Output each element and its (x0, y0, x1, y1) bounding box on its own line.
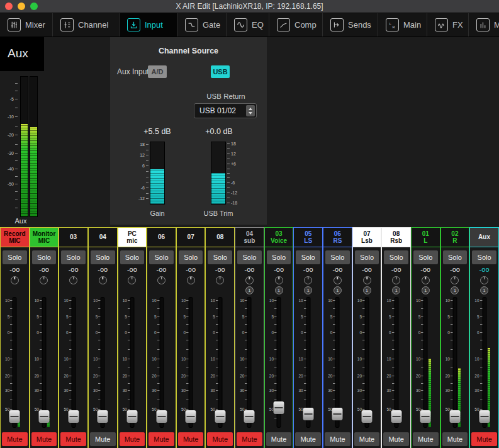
ad-source-button[interactable]: A/D (148, 65, 167, 78)
fader-handle[interactable] (98, 410, 108, 423)
mute-button[interactable]: Mute (120, 432, 145, 446)
channel-label[interactable]: RecordMIC (1, 228, 29, 247)
fader-handle[interactable] (68, 410, 79, 423)
fader-handle[interactable] (479, 410, 490, 423)
channel-label[interactable]: 01L (412, 228, 440, 247)
fader-handle[interactable] (391, 410, 401, 423)
solo-button[interactable]: Solo (32, 250, 57, 264)
channel-label[interactable]: MonitorMIC (30, 228, 59, 247)
pan-knob[interactable] (363, 276, 371, 284)
channel-label[interactable]: 07 (177, 228, 205, 247)
mute-button[interactable]: Mute (325, 432, 350, 446)
solo-button[interactable]: Solo (413, 250, 438, 264)
pan-knob[interactable] (11, 276, 19, 284)
mute-button[interactable]: Mute (471, 432, 497, 446)
channel-label[interactable]: 03Voice (265, 228, 293, 247)
pan-knob[interactable] (451, 276, 459, 284)
tab-gate[interactable]: Gate (177, 13, 227, 36)
fader-handle[interactable] (186, 410, 196, 423)
channel-label[interactable]: 02R (441, 228, 469, 247)
channel-label[interactable]: 08 (206, 228, 234, 247)
usb-return-select[interactable]: USB 01/02 (194, 103, 257, 118)
channel-label[interactable]: 08Rsb (382, 228, 410, 247)
channel-label[interactable]: 07Lsb (353, 228, 381, 247)
tab-fx[interactable]: FX (427, 13, 469, 36)
mute-button[interactable]: Mute (266, 432, 292, 446)
fader-track[interactable] (453, 298, 456, 427)
tab-comp[interactable]: Comp (269, 13, 323, 36)
fader-track[interactable] (218, 298, 221, 427)
fader-handle[interactable] (156, 410, 167, 423)
tab-input[interactable]: Input (120, 13, 177, 36)
mute-button[interactable]: Mute (354, 432, 380, 446)
solo-button[interactable]: Solo (355, 250, 379, 264)
pan-knob[interactable] (480, 276, 488, 284)
channel-label[interactable]: 05LS (294, 228, 322, 247)
solo-button[interactable]: Solo (149, 250, 174, 264)
fader-handle[interactable] (244, 410, 255, 423)
channel-label[interactable]: 06RS (323, 228, 352, 247)
fader-track[interactable] (160, 298, 163, 427)
fader-handle[interactable] (274, 401, 284, 414)
pan-knob[interactable] (128, 276, 136, 284)
tab-channel[interactable]: Channel (53, 13, 120, 36)
fader-track[interactable] (366, 298, 369, 427)
solo-button[interactable]: Solo (472, 250, 496, 264)
fader-handle[interactable] (126, 410, 137, 423)
fader-handle[interactable] (449, 410, 460, 423)
channel-label[interactable]: 04sub (235, 228, 264, 247)
fader-track[interactable] (424, 298, 427, 427)
solo-button[interactable]: Solo (120, 250, 145, 264)
mute-button[interactable]: Mute (178, 432, 204, 446)
fader-handle[interactable] (332, 408, 343, 420)
mute-button[interactable]: Mute (149, 432, 174, 446)
tab-mixer[interactable]: Mixer (0, 13, 53, 36)
solo-button[interactable]: Solo (3, 250, 27, 264)
fader-track[interactable] (101, 298, 104, 427)
fader-track[interactable] (13, 298, 16, 427)
mute-button[interactable]: Mute (90, 432, 116, 446)
fader-handle[interactable] (420, 410, 431, 423)
solo-button[interactable]: Solo (384, 250, 408, 264)
solo-button[interactable]: Solo (208, 250, 232, 264)
pan-knob[interactable] (334, 276, 342, 284)
fader-track[interactable] (483, 298, 486, 427)
solo-button[interactable]: Solo (91, 250, 115, 264)
solo-button[interactable]: Solo (61, 250, 86, 264)
pan-knob[interactable] (216, 276, 224, 284)
pan-knob[interactable] (304, 276, 312, 284)
solo-button[interactable]: Solo (267, 250, 291, 264)
pan-knob[interactable] (40, 276, 48, 284)
mute-button[interactable]: Mute (295, 432, 321, 446)
mute-button[interactable]: Mute (31, 432, 57, 446)
mute-button[interactable]: Mute (237, 432, 262, 446)
fader-handle[interactable] (38, 410, 49, 423)
fader-track[interactable] (130, 298, 133, 427)
channel-label[interactable]: 03 (59, 228, 87, 247)
pan-knob[interactable] (157, 276, 165, 284)
tab-sends[interactable]: Sends (323, 13, 378, 36)
pan-knob[interactable] (69, 276, 77, 284)
mute-button[interactable]: Mute (60, 432, 86, 446)
solo-button[interactable]: Solo (443, 250, 468, 264)
fader-handle[interactable] (215, 410, 225, 423)
tab-eq[interactable]: EQ (227, 13, 269, 36)
fader-track[interactable] (189, 298, 193, 427)
solo-button[interactable]: Solo (296, 250, 320, 264)
solo-button[interactable]: Solo (325, 250, 350, 264)
pan-knob[interactable] (392, 276, 400, 284)
fader-track[interactable] (72, 298, 75, 427)
fader-track[interactable] (395, 298, 398, 427)
usb-source-button[interactable]: USB (211, 65, 230, 78)
usb-trim-meter[interactable] (211, 142, 226, 204)
tab-main[interactable]: LRMain (378, 13, 427, 36)
solo-button[interactable]: Solo (237, 250, 262, 264)
tab-meter[interactable]: Meter (469, 13, 499, 36)
fader-handle[interactable] (303, 408, 313, 420)
pan-knob[interactable] (99, 276, 107, 284)
mute-button[interactable]: Mute (383, 432, 409, 446)
mute-button[interactable]: Mute (442, 432, 468, 446)
solo-button[interactable]: Solo (179, 250, 203, 264)
pan-knob[interactable] (187, 276, 195, 284)
pan-knob[interactable] (422, 276, 430, 284)
